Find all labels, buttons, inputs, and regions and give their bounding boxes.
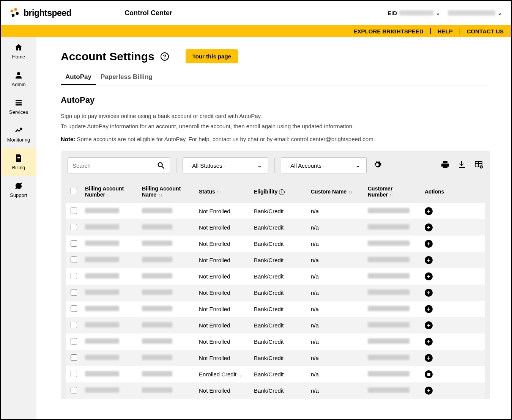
monitoring-icon [14, 126, 24, 135]
columns-button[interactable] [474, 160, 483, 171]
help-link[interactable]: HELP [438, 28, 453, 35]
sidebar: Home Admin Services Monitoring Billing S… [1, 37, 36, 419]
col-status: Status [199, 189, 215, 195]
accounts-table: Billing Account Number↓ Billing Account … [66, 180, 485, 399]
cust-num-redacted [368, 322, 410, 327]
row-checkbox[interactable] [71, 338, 77, 344]
enroll-button[interactable]: + [425, 354, 433, 362]
name-redacted [142, 273, 172, 278]
help-icon[interactable]: ? [161, 52, 169, 61]
enroll-button[interactable]: + [425, 240, 433, 248]
sidebar-item-support[interactable]: Support [1, 176, 36, 203]
select-all-checkbox[interactable] [71, 188, 77, 194]
enroll-button[interactable]: + [425, 207, 433, 215]
svg-rect-0 [10, 9, 13, 12]
table-row: Not EnrolledBank/Creditn/a+ [66, 252, 485, 268]
row-checkbox[interactable] [71, 273, 77, 279]
col-actions: Actions [425, 189, 444, 195]
enroll-button[interactable]: + [425, 387, 433, 395]
sort-icon[interactable]: ↑↓ [389, 192, 394, 198]
logo[interactable]: brightspeed [10, 8, 71, 18]
eid-dropdown[interactable]: EID ⌄ [388, 10, 440, 16]
eligibility-value: Bank/Credit [254, 224, 284, 231]
table-row: Not EnrolledBank/Creditn/a+ [66, 203, 485, 219]
top-header: brightspeed Control Center EID ⌄ ⌄ [1, 1, 511, 25]
eid-label: EID [388, 10, 397, 16]
ban-redacted [85, 355, 119, 360]
tab-autopay[interactable]: AutoPay [61, 70, 96, 85]
ban-redacted [85, 273, 119, 278]
enroll-button[interactable]: + [425, 321, 433, 329]
custom-name-value: n/a [311, 208, 319, 214]
ban-redacted [85, 306, 119, 311]
svg-point-4 [17, 72, 20, 75]
name-redacted [142, 387, 172, 393]
enroll-button[interactable]: + [425, 305, 433, 313]
sidebar-item-monitoring[interactable]: Monitoring [1, 120, 36, 148]
status-value: Not Enrolled [199, 257, 230, 263]
cust-num-redacted [368, 241, 410, 246]
note-label: Note: [61, 136, 75, 142]
enroll-button[interactable]: + [425, 223, 433, 231]
svg-rect-8 [17, 157, 20, 158]
status-value: Not Enrolled [199, 306, 230, 312]
enroll-button[interactable]: + [425, 256, 433, 264]
info-icon[interactable]: i [279, 189, 285, 195]
table-row: Not EnrolledBank/Creditn/a+ [66, 285, 485, 301]
user-dropdown[interactable]: ⌄ [448, 10, 502, 16]
row-checkbox[interactable] [71, 305, 77, 312]
status-value: Not Enrolled [199, 387, 230, 394]
cust-num-redacted [368, 306, 410, 311]
print-button[interactable] [441, 160, 450, 171]
explore-link[interactable]: EXPLORE BRIGHTSPEED [354, 28, 424, 35]
status-value: Enrolled Credit ... [199, 371, 243, 378]
contact-link[interactable]: CONTACT US [467, 28, 504, 35]
custom-name-value: n/a [311, 289, 319, 296]
download-icon [457, 160, 466, 169]
divider [430, 28, 431, 34]
unenroll-button[interactable] [425, 370, 433, 378]
sidebar-item-label: Services [9, 109, 28, 115]
col-ban: Billing Account Number [85, 186, 124, 198]
plus-icon: + [427, 322, 430, 329]
download-button[interactable] [457, 160, 466, 171]
gear-icon [373, 160, 382, 169]
sort-icon[interactable]: ↓ [107, 192, 109, 198]
row-checkbox[interactable] [71, 371, 77, 377]
search-box[interactable] [68, 157, 170, 173]
row-checkbox[interactable] [71, 224, 77, 230]
sidebar-item-services[interactable]: Services [1, 93, 36, 120]
sort-icon[interactable]: ↑↓ [348, 189, 353, 195]
sort-icon[interactable]: ↑↓ [158, 192, 162, 198]
sidebar-item-home[interactable]: Home [1, 37, 36, 65]
search-input[interactable] [72, 162, 157, 169]
sort-icon[interactable]: ↑↓ [217, 189, 221, 195]
row-checkbox[interactable] [71, 256, 77, 263]
row-checkbox[interactable] [71, 387, 77, 393]
settings-button[interactable] [373, 160, 382, 171]
row-checkbox[interactable] [71, 240, 77, 247]
tour-button[interactable]: Tour this page [186, 49, 238, 63]
status-value: Not Enrolled [199, 338, 230, 345]
sidebar-item-admin[interactable]: Admin [1, 65, 36, 93]
name-redacted [142, 208, 172, 213]
row-checkbox[interactable] [71, 208, 77, 214]
row-checkbox[interactable] [71, 354, 77, 361]
row-checkbox[interactable] [71, 289, 77, 296]
status-filter-dropdown[interactable]: - All Statuses - ⌄ [183, 157, 268, 173]
eligibility-value: Bank/Credit [254, 257, 284, 263]
sidebar-item-billing[interactable]: Billing [1, 148, 36, 176]
tab-paperless[interactable]: Paperless Billing [96, 70, 157, 85]
enroll-button[interactable]: + [425, 272, 433, 280]
account-filter-dropdown[interactable]: - All Accounts - ⌄ [281, 157, 367, 173]
plus-icon: + [427, 257, 430, 263]
custom-name-value: n/a [311, 257, 319, 263]
services-icon [14, 98, 24, 108]
name-redacted [142, 289, 172, 295]
enroll-button[interactable]: + [425, 289, 433, 297]
custom-name-value: n/a [311, 322, 319, 329]
enroll-button[interactable]: + [425, 338, 433, 346]
util-nav: EXPLORE BRIGHTSPEED HELP CONTACT US [1, 25, 511, 37]
row-checkbox[interactable] [71, 322, 77, 328]
eligibility-value: Bank/Credit [254, 241, 284, 247]
